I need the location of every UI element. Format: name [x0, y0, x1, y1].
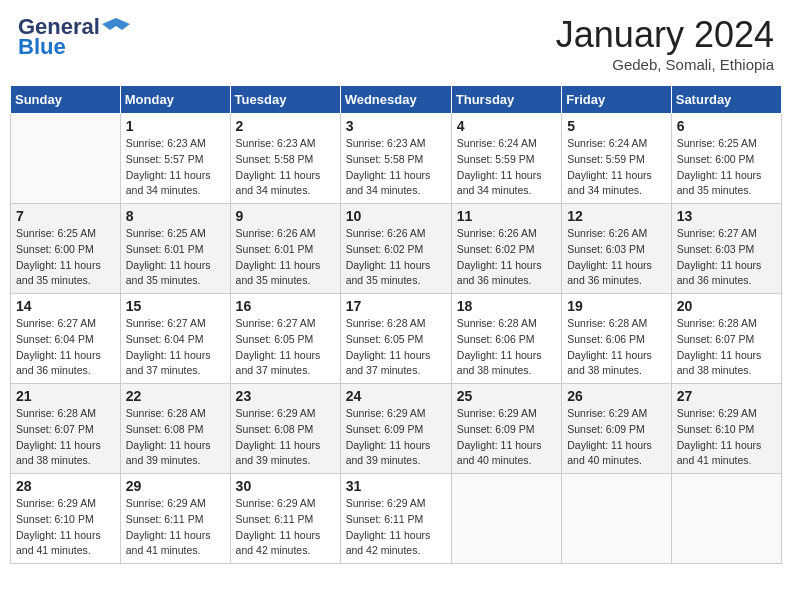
- calendar-cell: 13Sunrise: 6:27 AMSunset: 6:03 PMDayligh…: [671, 204, 781, 294]
- calendar-cell: 25Sunrise: 6:29 AMSunset: 6:09 PMDayligh…: [451, 384, 561, 474]
- day-info: Sunrise: 6:25 AMSunset: 6:01 PMDaylight:…: [126, 226, 225, 289]
- day-number: 26: [567, 388, 666, 404]
- calendar-cell: 22Sunrise: 6:28 AMSunset: 6:08 PMDayligh…: [120, 384, 230, 474]
- day-info: Sunrise: 6:26 AMSunset: 6:02 PMDaylight:…: [457, 226, 556, 289]
- day-number: 2: [236, 118, 335, 134]
- day-info: Sunrise: 6:29 AMSunset: 6:08 PMDaylight:…: [236, 406, 335, 469]
- calendar-cell: 2Sunrise: 6:23 AMSunset: 5:58 PMDaylight…: [230, 114, 340, 204]
- day-number: 18: [457, 298, 556, 314]
- day-info: Sunrise: 6:24 AMSunset: 5:59 PMDaylight:…: [457, 136, 556, 199]
- day-number: 13: [677, 208, 776, 224]
- calendar-cell: 16Sunrise: 6:27 AMSunset: 6:05 PMDayligh…: [230, 294, 340, 384]
- logo-wing-icon: [102, 16, 130, 38]
- day-number: 28: [16, 478, 115, 494]
- day-info: Sunrise: 6:29 AMSunset: 6:09 PMDaylight:…: [346, 406, 446, 469]
- calendar-cell: 6Sunrise: 6:25 AMSunset: 6:00 PMDaylight…: [671, 114, 781, 204]
- day-number: 16: [236, 298, 335, 314]
- week-row-1: 1Sunrise: 6:23 AMSunset: 5:57 PMDaylight…: [11, 114, 782, 204]
- calendar-cell: 11Sunrise: 6:26 AMSunset: 6:02 PMDayligh…: [451, 204, 561, 294]
- calendar-cell: 8Sunrise: 6:25 AMSunset: 6:01 PMDaylight…: [120, 204, 230, 294]
- day-info: Sunrise: 6:27 AMSunset: 6:03 PMDaylight:…: [677, 226, 776, 289]
- week-row-4: 21Sunrise: 6:28 AMSunset: 6:07 PMDayligh…: [11, 384, 782, 474]
- day-info: Sunrise: 6:29 AMSunset: 6:09 PMDaylight:…: [567, 406, 666, 469]
- day-number: 1: [126, 118, 225, 134]
- day-info: Sunrise: 6:27 AMSunset: 6:04 PMDaylight:…: [126, 316, 225, 379]
- calendar-cell: 18Sunrise: 6:28 AMSunset: 6:06 PMDayligh…: [451, 294, 561, 384]
- day-info: Sunrise: 6:29 AMSunset: 6:10 PMDaylight:…: [16, 496, 115, 559]
- title-area: January 2024 Gedeb, Somali, Ethiopia: [556, 14, 774, 73]
- logo-general: General: [18, 14, 100, 39]
- day-info: Sunrise: 6:25 AMSunset: 6:00 PMDaylight:…: [677, 136, 776, 199]
- day-info: Sunrise: 6:29 AMSunset: 6:10 PMDaylight:…: [677, 406, 776, 469]
- calendar-cell: 23Sunrise: 6:29 AMSunset: 6:08 PMDayligh…: [230, 384, 340, 474]
- week-row-3: 14Sunrise: 6:27 AMSunset: 6:04 PMDayligh…: [11, 294, 782, 384]
- day-info: Sunrise: 6:28 AMSunset: 6:08 PMDaylight:…: [126, 406, 225, 469]
- day-number: 20: [677, 298, 776, 314]
- day-number: 31: [346, 478, 446, 494]
- calendar-cell: 15Sunrise: 6:27 AMSunset: 6:04 PMDayligh…: [120, 294, 230, 384]
- day-number: 10: [346, 208, 446, 224]
- calendar-cell: [451, 474, 561, 564]
- day-info: Sunrise: 6:29 AMSunset: 6:11 PMDaylight:…: [126, 496, 225, 559]
- calendar-cell: 1Sunrise: 6:23 AMSunset: 5:57 PMDaylight…: [120, 114, 230, 204]
- day-number: 5: [567, 118, 666, 134]
- header: General Blue January 2024 Gedeb, Somali,…: [10, 10, 782, 77]
- month-title: January 2024: [556, 14, 774, 56]
- day-info: Sunrise: 6:28 AMSunset: 6:06 PMDaylight:…: [457, 316, 556, 379]
- day-number: 6: [677, 118, 776, 134]
- day-number: 15: [126, 298, 225, 314]
- day-info: Sunrise: 6:25 AMSunset: 6:00 PMDaylight:…: [16, 226, 115, 289]
- calendar-cell: [671, 474, 781, 564]
- day-info: Sunrise: 6:26 AMSunset: 6:03 PMDaylight:…: [567, 226, 666, 289]
- calendar-cell: 14Sunrise: 6:27 AMSunset: 6:04 PMDayligh…: [11, 294, 121, 384]
- calendar-cell: [562, 474, 672, 564]
- weekday-header-tuesday: Tuesday: [230, 86, 340, 114]
- day-number: 4: [457, 118, 556, 134]
- weekday-header-row: SundayMondayTuesdayWednesdayThursdayFrid…: [11, 86, 782, 114]
- day-info: Sunrise: 6:26 AMSunset: 6:01 PMDaylight:…: [236, 226, 335, 289]
- calendar-cell: 27Sunrise: 6:29 AMSunset: 6:10 PMDayligh…: [671, 384, 781, 474]
- day-info: Sunrise: 6:24 AMSunset: 5:59 PMDaylight:…: [567, 136, 666, 199]
- calendar-cell: 12Sunrise: 6:26 AMSunset: 6:03 PMDayligh…: [562, 204, 672, 294]
- weekday-header-thursday: Thursday: [451, 86, 561, 114]
- day-info: Sunrise: 6:27 AMSunset: 6:05 PMDaylight:…: [236, 316, 335, 379]
- day-info: Sunrise: 6:29 AMSunset: 6:11 PMDaylight:…: [346, 496, 446, 559]
- day-number: 19: [567, 298, 666, 314]
- calendar-cell: 7Sunrise: 6:25 AMSunset: 6:00 PMDaylight…: [11, 204, 121, 294]
- calendar-cell: 26Sunrise: 6:29 AMSunset: 6:09 PMDayligh…: [562, 384, 672, 474]
- day-info: Sunrise: 6:29 AMSunset: 6:09 PMDaylight:…: [457, 406, 556, 469]
- calendar-cell: 30Sunrise: 6:29 AMSunset: 6:11 PMDayligh…: [230, 474, 340, 564]
- calendar-cell: 4Sunrise: 6:24 AMSunset: 5:59 PMDaylight…: [451, 114, 561, 204]
- day-info: Sunrise: 6:28 AMSunset: 6:06 PMDaylight:…: [567, 316, 666, 379]
- weekday-header-friday: Friday: [562, 86, 672, 114]
- calendar-cell: 10Sunrise: 6:26 AMSunset: 6:02 PMDayligh…: [340, 204, 451, 294]
- day-info: Sunrise: 6:23 AMSunset: 5:58 PMDaylight:…: [346, 136, 446, 199]
- location-subtitle: Gedeb, Somali, Ethiopia: [556, 56, 774, 73]
- day-number: 3: [346, 118, 446, 134]
- day-info: Sunrise: 6:23 AMSunset: 5:58 PMDaylight:…: [236, 136, 335, 199]
- weekday-header-saturday: Saturday: [671, 86, 781, 114]
- day-info: Sunrise: 6:28 AMSunset: 6:07 PMDaylight:…: [677, 316, 776, 379]
- calendar-cell: 28Sunrise: 6:29 AMSunset: 6:10 PMDayligh…: [11, 474, 121, 564]
- weekday-header-sunday: Sunday: [11, 86, 121, 114]
- day-number: 21: [16, 388, 115, 404]
- day-number: 27: [677, 388, 776, 404]
- day-number: 22: [126, 388, 225, 404]
- calendar-table: SundayMondayTuesdayWednesdayThursdayFrid…: [10, 85, 782, 564]
- day-number: 11: [457, 208, 556, 224]
- day-info: Sunrise: 6:28 AMSunset: 6:07 PMDaylight:…: [16, 406, 115, 469]
- calendar-cell: 24Sunrise: 6:29 AMSunset: 6:09 PMDayligh…: [340, 384, 451, 474]
- day-info: Sunrise: 6:23 AMSunset: 5:57 PMDaylight:…: [126, 136, 225, 199]
- svg-marker-0: [102, 18, 130, 30]
- calendar-cell: 21Sunrise: 6:28 AMSunset: 6:07 PMDayligh…: [11, 384, 121, 474]
- day-number: 9: [236, 208, 335, 224]
- day-info: Sunrise: 6:27 AMSunset: 6:04 PMDaylight:…: [16, 316, 115, 379]
- calendar-cell: 20Sunrise: 6:28 AMSunset: 6:07 PMDayligh…: [671, 294, 781, 384]
- day-number: 24: [346, 388, 446, 404]
- calendar-cell: 31Sunrise: 6:29 AMSunset: 6:11 PMDayligh…: [340, 474, 451, 564]
- day-number: 25: [457, 388, 556, 404]
- calendar-cell: 17Sunrise: 6:28 AMSunset: 6:05 PMDayligh…: [340, 294, 451, 384]
- day-number: 29: [126, 478, 225, 494]
- day-number: 8: [126, 208, 225, 224]
- day-number: 7: [16, 208, 115, 224]
